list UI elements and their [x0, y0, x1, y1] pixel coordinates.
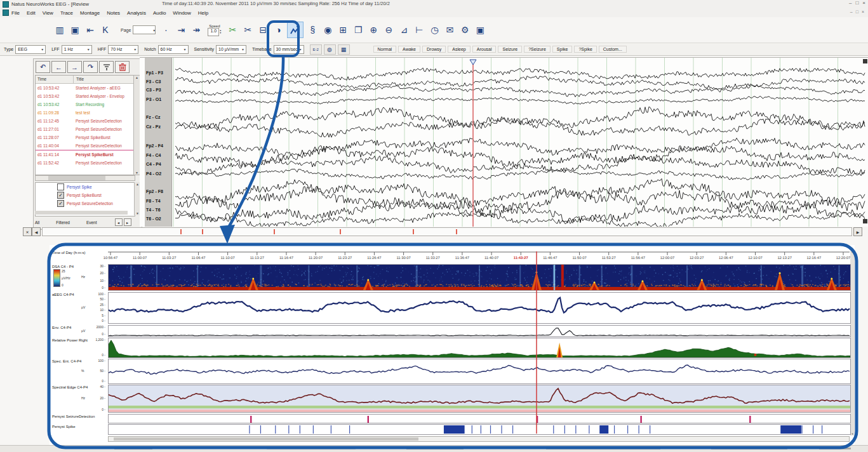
close-trend-button[interactable]: ✕ [23, 227, 32, 236]
ekg-channel-icon[interactable]: E-2 [310, 44, 322, 55]
trend-row-persyst-seizuredetection[interactable] [108, 414, 851, 423]
event-row[interactable]: d1 10:53:42Started Analyzer - aEEG [36, 84, 135, 92]
menu-item-montage[interactable]: Montage [80, 10, 100, 16]
jump-forward-icon[interactable]: ↷ [83, 61, 98, 73]
hook-icon[interactable]: § [306, 22, 319, 37]
filter-hscrollbar[interactable] [35, 211, 128, 215]
prev-event-icon[interactable]: ← [51, 61, 66, 73]
last-page-icon[interactable]: ↠ [190, 22, 203, 37]
scroll-left-button[interactable]: ◀ [32, 227, 41, 236]
eeg-scroll-down-marker[interactable] [863, 219, 867, 223]
eeg-hscrollbar[interactable] [42, 227, 852, 236]
event-table-hscrollbar[interactable] [35, 175, 135, 181]
event-row[interactable]: d1 11:28:07Persyst SpikeBurst [36, 133, 135, 142]
snapshot-icon[interactable]: ◉ [321, 22, 334, 37]
event-row[interactable]: d1 11:09:28test test [36, 109, 135, 117]
trend-row-persyst-spike[interactable] [108, 424, 851, 435]
trend-row-dsa-c4---p4[interactable] [108, 264, 851, 291]
tab-filtered[interactable]: Filtered [56, 220, 70, 225]
menu-item-trace[interactable]: Trace [60, 10, 73, 16]
video-camera-icon[interactable]: ▣ [69, 22, 81, 37]
monitor-icon[interactable]: ▣ [474, 22, 486, 37]
state-button-drowsy[interactable]: Drowsy [422, 46, 446, 53]
event-table[interactable]: Time Title d1 10:53:42Started Analyzer -… [35, 75, 135, 175]
globe-icon[interactable]: ◍ [324, 44, 336, 55]
document-icon[interactable]: ❐ [352, 22, 364, 37]
menu-item-audio[interactable]: Audio [153, 10, 166, 16]
video-window-icon[interactable]: ⊟ [257, 22, 269, 37]
event-row[interactable]: d1 10:53:42Started Analyzer - Envelop [36, 92, 135, 100]
trend-row-relative-power-right[interactable] [108, 338, 851, 358]
menu-item-file[interactable]: File [11, 10, 20, 16]
menu-item-notes[interactable]: Notes [107, 10, 120, 16]
event-row[interactable]: d1 11:41:14Persyst SpikeBurst [36, 150, 135, 159]
menu-item-analysis[interactable]: Analysis [127, 10, 146, 16]
jump-back-icon[interactable]: ↶ [36, 61, 50, 73]
column-header-title[interactable]: Title [74, 76, 135, 83]
trend-view-icon[interactable] [287, 22, 304, 38]
print-icon[interactable]: ⊞ [337, 22, 349, 37]
comment-icon[interactable]: ✉ [443, 22, 456, 37]
state-button-spike[interactable]: ?Spike [574, 46, 596, 53]
grid-icon[interactable]: ▦ [338, 44, 350, 55]
field-value-type[interactable]: EEG▾ [15, 45, 46, 54]
filter-checkbox[interactable] [57, 183, 64, 190]
speed-value[interactable]: 1.0 [208, 28, 219, 36]
trend-row-env--c4-p4[interactable] [108, 325, 851, 337]
field-value-timebase[interactable]: 30 mm/sec▾ [274, 45, 304, 54]
field-value-sensitivity[interactable]: 10 µV/mm▾ [216, 45, 246, 54]
tabs-scroll-right[interactable]: ▸ [124, 218, 131, 226]
state-button-spike[interactable]: Spike [552, 46, 573, 53]
event-row[interactable]: d1 10:53:42Start Recording [36, 100, 135, 109]
eeg-trace-area[interactable]: Fp1 - F3F3 - C3C3 - P3P3 - O1Fz - CzCz -… [140, 57, 868, 227]
filter-checkbox[interactable]: ✓ [57, 192, 64, 199]
eeg-traces[interactable] [171, 58, 868, 227]
field-value-notch[interactable]: 60 Hz▾ [158, 45, 189, 54]
menu-item-help[interactable]: Help [198, 10, 208, 16]
histogram-icon[interactable]: ⊢ [413, 22, 425, 37]
stopwatch-icon[interactable]: ◷ [428, 22, 441, 37]
state-button-normal[interactable]: Normal [373, 46, 397, 53]
user-tools-icon[interactable]: ⚙ [458, 22, 471, 37]
zoom-out-icon[interactable]: ⊖ [382, 22, 395, 37]
event-row[interactable]: d1 11:52:42Persyst SeizureDetection [36, 159, 135, 167]
field-value-lff[interactable]: 1 Hz▾ [62, 45, 92, 54]
filter-row[interactable]: ✓Persyst SpikeBurst [36, 191, 135, 199]
next-screen-icon[interactable]: ⇥ [175, 22, 187, 37]
play-dot-icon[interactable]: · [159, 22, 172, 37]
page-selector[interactable]: Page▾ [121, 25, 156, 34]
filter-row[interactable]: ✓Persyst SeizureDetection [36, 199, 135, 208]
speed-control[interactable]: Speed1.0▴▾ [208, 24, 221, 36]
zoom-in-icon[interactable]: ⊕ [367, 22, 380, 37]
tab-all[interactable]: All [35, 220, 39, 225]
state-button-awake[interactable]: Awake [398, 46, 420, 53]
trend-row-spec--ent--c4-p4[interactable] [108, 359, 851, 384]
prune-start-icon[interactable]: ✂ [226, 22, 239, 37]
trend-hscrollbar[interactable] [108, 436, 850, 442]
trend-row-spectral-edge-c4-p4[interactable] [108, 385, 851, 413]
patient-info-icon[interactable]: ▥ [53, 22, 66, 37]
trend-row-aeeg-c4-p4[interactable] [108, 292, 851, 324]
state-button-asleep[interactable]: Asleep [448, 46, 470, 53]
field-value-hff[interactable]: 70 Hz▾ [108, 45, 138, 54]
eeg-scroll-up-marker[interactable] [863, 59, 867, 63]
page-dropdown[interactable]: ▾ [133, 25, 156, 34]
trend-compressed-icon[interactable]: ⊿ [397, 22, 410, 37]
trend-vscrollbar[interactable]: ▲▼ [850, 250, 855, 435]
audio-playback-icon[interactable]: ◑ [272, 22, 284, 37]
speed-spinner[interactable]: ▴▾ [220, 29, 221, 34]
first-page-icon[interactable]: K [99, 22, 112, 37]
event-row[interactable]: d1 11:40:04Persyst SeizureDetection [36, 142, 135, 150]
filter-checkbox[interactable]: ✓ [57, 200, 64, 207]
scroll-right-button[interactable]: ▶ [853, 227, 862, 236]
event-row[interactable]: d1 11:12:45Persyst SeizureDetection [36, 117, 135, 125]
prune-end-icon[interactable]: ✂ [241, 22, 254, 37]
prev-screen-icon[interactable]: ⇤ [84, 22, 97, 37]
state-button-custom[interactable]: Custom... [599, 46, 627, 53]
delete-event-icon[interactable] [115, 61, 130, 73]
child-restore-button[interactable]: □ [856, 10, 858, 14]
menu-item-edit[interactable]: Edit [27, 10, 36, 16]
tabs-scroll-left[interactable]: ◂ [115, 218, 123, 226]
filter-row[interactable]: Persyst Spike [36, 183, 135, 191]
minimize-button[interactable]: – [849, 0, 851, 6]
